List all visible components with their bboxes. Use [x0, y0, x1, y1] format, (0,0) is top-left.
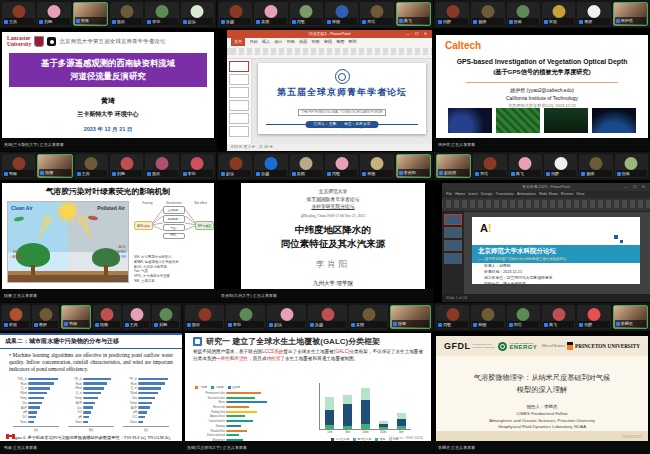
participant-thumbnail[interactable]: 王冉 [75, 154, 108, 178]
participant-thumbnail[interactable]: 陈欣 [145, 154, 178, 178]
participant-webcam[interactable]: 黄琦 [73, 2, 108, 26]
slide-thumbnail[interactable] [229, 74, 249, 85]
ribbon-tab[interactable]: Design [481, 191, 493, 198]
window-controls[interactable]: — ☐ ✕ [406, 30, 429, 38]
window-titlebar[interactable]: 演示文稿1 - PowerPoint — ☐ ✕ [227, 30, 432, 38]
slide-thumbnail[interactable] [229, 87, 249, 98]
participant-thumbnail[interactable]: 刘畅 [152, 305, 180, 329]
participant-thumbnail[interactable]: 韩磊 [2, 154, 35, 178]
ribbon-tab[interactable]: Insert [468, 191, 478, 198]
ribbon-tab[interactable]: 视图 [336, 38, 344, 46]
ribbon-tab[interactable]: 审阅 [324, 38, 332, 46]
bar-row: Rain [123, 382, 169, 386]
participant-webcam[interactable]: 姚伊然 [613, 2, 648, 26]
participant-thumbnail[interactable]: 郑浩 [360, 2, 393, 26]
participant-name: 陆薇 [39, 169, 70, 176]
ribbon-tab[interactable]: 放映 [311, 38, 319, 46]
ribbon-tab[interactable]: 切换 [287, 38, 295, 46]
ribbon-tab[interactable]: Slide Show [539, 191, 558, 198]
participant-webcam[interactable]: 赵雨桐 [436, 154, 471, 178]
ribbon-tab[interactable]: 动画 [299, 38, 307, 46]
participant-thumbnail[interactable]: 孙越 [219, 2, 252, 26]
ribbon-tab[interactable]: 插入 [262, 38, 270, 46]
participant-thumbnail[interactable]: 赵倩 [267, 305, 306, 329]
participant-thumbnail[interactable]: 赵倩 [219, 154, 252, 178]
participant-webcam[interactable]: 高飞 [396, 2, 431, 26]
window-titlebar[interactable]: 答辩申请-2023 - PowerPoint — ☐ ✕ [442, 183, 650, 191]
slide-thumbnail[interactable] [229, 126, 249, 137]
ribbon-tab[interactable]: Animations [517, 191, 536, 198]
participant-thumbnail[interactable]: 赵倩 [181, 2, 214, 26]
participant-thumbnail[interactable]: 孙越 [308, 305, 347, 329]
participant-thumbnail[interactable]: 郑浩 [507, 305, 540, 329]
participant-thumbnail[interactable]: 李悦 [181, 154, 214, 178]
participant-thumbnail[interactable]: 唐妍 [32, 305, 60, 329]
meeting-grid: 王冉刘畅黄琦陈欣李悦赵倩 Lancaster University 北京师范大学… [0, 0, 650, 454]
participant-thumbnail[interactable]: 林楠 [471, 305, 504, 329]
participant-thumbnail[interactable]: 宋雨 [2, 305, 30, 329]
ribbon-tab[interactable]: 文件 [231, 38, 245, 46]
participant-thumbnail[interactable]: 高飞 [542, 305, 575, 329]
ribbon-tab[interactable]: 设计 [274, 38, 282, 46]
participant-avatar [155, 5, 168, 18]
participant-thumbnail[interactable]: 周敏 [290, 2, 323, 26]
participant-webcam[interactable]: 李肖阳 [396, 154, 431, 178]
slide-thumbnail-panel[interactable] [442, 212, 464, 294]
participant-thumbnail[interactable]: 郑浩 [473, 154, 506, 178]
participant-thumbnail[interactable]: 李悦 [145, 2, 178, 26]
participant-thumbnail[interactable]: 刘畅 [110, 154, 143, 178]
participant-thumbnail[interactable]: 陈欣 [110, 2, 143, 26]
participant-thumbnail[interactable]: 吴桐 [254, 2, 287, 26]
slide-thumbnail[interactable] [444, 214, 462, 225]
participant-thumbnail[interactable]: 吴桐 [349, 305, 388, 329]
participant-thumbnail[interactable]: 陈欣 [185, 305, 224, 329]
audio-icon [147, 172, 151, 176]
participant-thumbnail[interactable]: 吴桐 [290, 154, 323, 178]
slide-thumbnail-panel[interactable] [227, 59, 252, 144]
slide-thumbnail[interactable] [444, 253, 462, 264]
ribbon-tab[interactable]: View [576, 191, 584, 198]
ribbon-tab[interactable]: Review [561, 191, 573, 198]
list-item: Atmospheric and Oceanic Sciences, Prince… [436, 418, 648, 425]
participant-thumbnail[interactable]: 徐磊 [615, 154, 648, 178]
participant-thumbnail[interactable]: 何静 [544, 154, 577, 178]
participant-webcam[interactable]: 李晓杰 [613, 305, 648, 329]
ribbon-icons[interactable] [227, 46, 432, 59]
participant-thumbnail[interactable]: 孙越 [254, 154, 287, 178]
ribbon-tabs[interactable]: 文件开始插入设计切换动画放映审阅视图帮助 [227, 38, 432, 46]
participant-webcam[interactable]: 徐璐 [390, 305, 431, 329]
participant-thumbnail[interactable]: 杨柳 [471, 2, 504, 26]
participant-thumbnail[interactable]: 刘畅 [37, 2, 70, 26]
participant-thumbnail[interactable]: 周敏 [436, 305, 469, 329]
participant-thumbnail[interactable]: 何静 [577, 305, 610, 329]
participant-thumbnail[interactable]: 杨柳 [579, 154, 612, 178]
participant-thumbnail[interactable]: 宋雨 [542, 2, 575, 26]
slide-thumbnail[interactable] [229, 61, 249, 72]
participant-thumbnail[interactable]: 李悦 [226, 305, 265, 329]
participant-webcam[interactable]: 陆薇 [37, 154, 72, 178]
ribbon-tab[interactable]: 帮助 [348, 38, 356, 46]
participant-thumbnail[interactable]: 王冉 [123, 305, 151, 329]
bar-row: Temp [123, 401, 169, 405]
participant-thumbnail[interactable]: 林楠 [325, 2, 358, 26]
ribbon-tab[interactable]: Transitions [496, 191, 514, 198]
participant-thumbnail[interactable]: 徐磊 [507, 2, 540, 26]
ribbon-tab[interactable]: 开始 [249, 38, 257, 46]
ribbon-tab[interactable]: Home [455, 191, 465, 198]
ribbon-tabs[interactable]: FileHomeInsertDesignTransitionsAnimation… [442, 191, 650, 198]
participant-thumbnail[interactable]: 林楠 [360, 154, 393, 178]
participant-thumbnail[interactable]: 王冉 [2, 2, 35, 26]
participant-thumbnail[interactable]: 唐妍 [577, 2, 610, 26]
slide-thumbnail[interactable] [229, 113, 249, 124]
ribbon-icons[interactable] [442, 198, 650, 212]
participant-thumbnail[interactable]: 周敏 [325, 154, 358, 178]
slide-thumbnail[interactable] [229, 100, 249, 111]
ribbon-tab[interactable]: File [446, 191, 452, 198]
slide-thumbnail[interactable] [444, 227, 462, 238]
window-controls[interactable]: — ☐ ✕ [624, 183, 647, 191]
slide-thumbnail[interactable] [444, 240, 462, 251]
participant-thumbnail[interactable]: 何静 [436, 2, 469, 26]
participant-thumbnail[interactable]: 陆薇 [93, 305, 121, 329]
participant-webcam[interactable]: 韩磊 [61, 305, 91, 329]
participant-thumbnail[interactable]: 高飞 [509, 154, 542, 178]
